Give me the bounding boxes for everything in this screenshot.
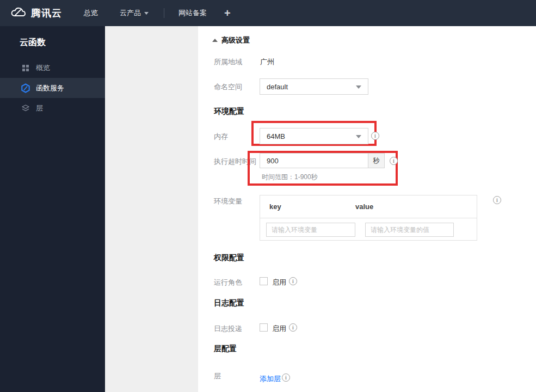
nav-item-overview[interactable]: 总览 bbox=[84, 8, 98, 18]
sidebar-title: 云函数 bbox=[0, 26, 105, 57]
section-layer-config: 层配置 bbox=[214, 344, 237, 354]
env-vars-label: 环境变量 bbox=[214, 197, 242, 206]
sidebar: 云函数 概览 函数服务 层 bbox=[0, 26, 105, 392]
section-perm-config: 权限配置 bbox=[214, 253, 244, 263]
chevron-down-icon bbox=[356, 135, 361, 138]
sidebar-item-overview[interactable]: 概览 bbox=[0, 58, 105, 78]
scf-hexagon-icon bbox=[21, 83, 30, 93]
log-delivery-checkbox[interactable] bbox=[260, 323, 268, 332]
content-gutter bbox=[105, 26, 198, 392]
timeout-input-group: 秒 bbox=[260, 153, 385, 168]
layers-icon bbox=[21, 103, 30, 113]
memory-select[interactable]: 64MB bbox=[260, 128, 368, 144]
env-vars-table: key value bbox=[260, 195, 477, 241]
namespace-select[interactable]: default bbox=[260, 78, 368, 95]
env-vars-info-icon[interactable]: i bbox=[493, 196, 501, 204]
section-log-config: 日志配置 bbox=[214, 298, 244, 308]
chevron-down-icon bbox=[144, 12, 149, 15]
timeout-unit-button[interactable]: 秒 bbox=[368, 153, 385, 168]
layer-label: 层 bbox=[214, 371, 221, 381]
timeout-highlight-box: 秒 时间范围：1-900秒 bbox=[248, 151, 398, 186]
log-delivery-info-icon[interactable]: i bbox=[289, 323, 297, 332]
nav-item-cloud-products-label: 云产品 bbox=[120, 8, 141, 18]
advanced-settings-label: 高级设置 bbox=[221, 35, 250, 45]
env-vars-key-header: key bbox=[260, 203, 355, 211]
nav-item-icp-filing-label: 网站备案 bbox=[178, 8, 207, 18]
run-role-enable-label: 启用 bbox=[272, 278, 286, 287]
collapse-triangle-icon bbox=[212, 39, 218, 42]
nav-divider bbox=[164, 8, 164, 18]
add-tab-button[interactable]: + bbox=[224, 7, 231, 20]
run-role-info-icon[interactable]: i bbox=[289, 277, 297, 285]
sidebar-item-layer[interactable]: 层 bbox=[0, 98, 105, 118]
region-value: 广州 bbox=[260, 57, 274, 67]
nav-item-icp-filing[interactable]: 网站备案 bbox=[178, 8, 207, 18]
run-role-label: 运行角色 bbox=[214, 278, 242, 287]
nav-item-overview-label: 总览 bbox=[84, 8, 98, 18]
namespace-label: 命名空间 bbox=[214, 82, 242, 92]
brand-name: 腾讯云 bbox=[31, 7, 62, 20]
memory-highlight-box: 64MB bbox=[251, 121, 377, 146]
grid-icon bbox=[21, 63, 30, 73]
timeout-info-icon[interactable]: i bbox=[390, 157, 398, 165]
chevron-down-icon bbox=[356, 85, 361, 89]
memory-label: 内存 bbox=[214, 132, 228, 142]
run-role-checkbox[interactable] bbox=[260, 277, 268, 285]
sidebar-item-function-service-label: 函数服务 bbox=[36, 83, 64, 93]
cloud-logo-icon bbox=[10, 5, 26, 21]
sidebar-item-function-service[interactable]: 函数服务 bbox=[0, 78, 105, 98]
region-label: 所属地域 bbox=[214, 57, 242, 67]
timeout-hint: 时间范围：1-900秒 bbox=[262, 173, 318, 182]
sidebar-item-layer-label: 层 bbox=[36, 103, 43, 113]
log-delivery-label: 日志投递 bbox=[214, 324, 242, 334]
namespace-select-value: default bbox=[267, 83, 288, 91]
nav-item-cloud-products[interactable]: 云产品 bbox=[120, 8, 149, 18]
env-vars-value-header: value bbox=[355, 203, 373, 211]
env-vars-input-row bbox=[260, 218, 477, 241]
top-navbar: 腾讯云 总览 云产品 网站备案 + bbox=[0, 0, 536, 26]
sidebar-item-overview-label: 概览 bbox=[36, 63, 50, 73]
env-var-key-input[interactable] bbox=[266, 223, 355, 237]
advanced-settings-toggle[interactable]: 高级设置 bbox=[212, 35, 250, 45]
function-config-panel: 高级设置 所属地域 广州 命名空间 default 环境配置 内存 64MB i… bbox=[198, 26, 536, 392]
tencent-cloud-logo[interactable]: 腾讯云 bbox=[10, 5, 62, 21]
memory-info-icon[interactable]: i bbox=[371, 132, 379, 140]
env-var-value-input[interactable] bbox=[365, 223, 454, 237]
memory-select-value: 64MB bbox=[267, 132, 285, 140]
section-env-config: 环境配置 bbox=[214, 107, 244, 117]
timeout-input[interactable] bbox=[260, 153, 368, 168]
add-layer-link[interactable]: 添加层 bbox=[260, 374, 281, 384]
layer-info-icon[interactable]: i bbox=[282, 373, 290, 382]
log-delivery-enable-label: 启用 bbox=[272, 324, 286, 334]
env-vars-header-row: key value bbox=[260, 195, 477, 218]
